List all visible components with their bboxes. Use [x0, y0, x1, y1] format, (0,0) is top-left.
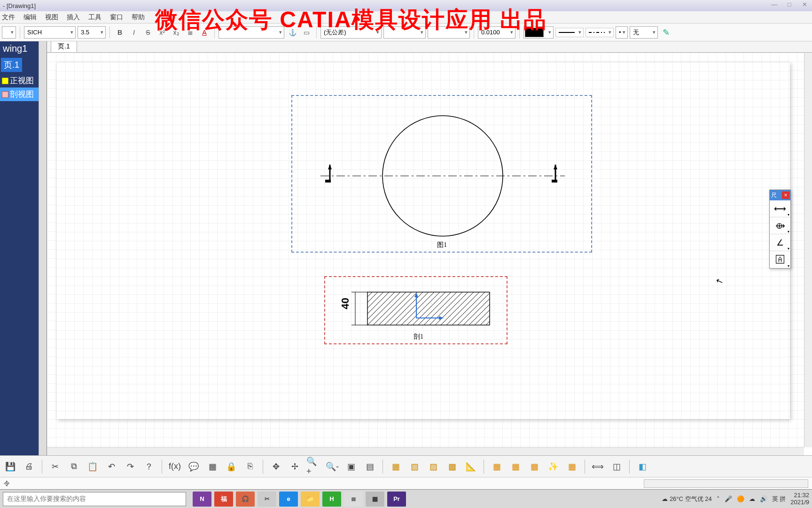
menu-tools[interactable]: 工具	[88, 13, 102, 22]
maximize-button[interactable]: □	[784, 1, 795, 9]
tolerance-combo[interactable]: (无公差)	[320, 26, 382, 39]
input-method[interactable]: 英 拼	[772, 495, 786, 503]
style-combo[interactable]	[2, 26, 16, 39]
tree-scrollbar[interactable]	[39, 41, 47, 455]
fit-icon[interactable]: ✥	[268, 459, 283, 474]
tray-chevron-icon[interactable]: ˄	[717, 495, 720, 502]
tray-app2-icon[interactable]: ☁	[749, 495, 755, 502]
snip-icon[interactable]: ✂	[258, 492, 276, 507]
exit-icon[interactable]: ⎘	[242, 459, 258, 474]
anchor-icon[interactable]: ⚓	[286, 26, 298, 39]
font-color-button[interactable]: A	[198, 26, 211, 39]
align-button[interactable]: ≣	[184, 26, 196, 39]
radial-dim-button[interactable]: ⟴▾	[770, 217, 790, 234]
snap4-icon[interactable]: ✨	[546, 459, 561, 474]
pan-icon[interactable]: ✢	[287, 459, 302, 474]
dim-icon[interactable]: ⟺	[590, 459, 605, 474]
calc-icon[interactable]: ▦	[366, 492, 384, 507]
tol-val1[interactable]	[383, 26, 426, 39]
save-icon[interactable]: 💾	[3, 459, 18, 474]
onenote-icon[interactable]: N	[193, 492, 211, 507]
grid1-icon[interactable]: ▦	[388, 459, 403, 474]
menu-insert[interactable]: 插入	[67, 13, 80, 22]
paste-icon[interactable]: 📋	[85, 459, 100, 474]
point-style[interactable]: •	[616, 26, 628, 39]
edge-icon[interactable]: e	[279, 492, 298, 507]
front-view-frame[interactable]: 图1	[291, 95, 592, 253]
sheet-tab[interactable]: 页.1	[51, 41, 77, 52]
print-icon[interactable]: 🖨	[22, 459, 37, 474]
linetype-dashed[interactable]	[586, 28, 614, 37]
ref-icon[interactable]: ◫	[609, 459, 624, 474]
grid2-icon[interactable]: ▧	[407, 459, 422, 474]
canvas-scrollbar-v[interactable]	[804, 53, 812, 447]
balloon-icon[interactable]: 💬	[186, 459, 201, 474]
whatsthis-icon[interactable]: ？	[141, 459, 156, 474]
undo-icon[interactable]: ↶	[104, 459, 119, 474]
weather-widget[interactable]: ☁ 26°C 空气优 24	[662, 495, 711, 503]
snap1-icon[interactable]: ▦	[489, 459, 504, 474]
premiere-icon[interactable]: Pr	[387, 492, 406, 507]
windows-search[interactable]: 在这里输入你要搜索的内容	[3, 492, 186, 506]
clock[interactable]: 21:32 2021/9	[790, 492, 809, 506]
step-combo[interactable]: 0.0100	[478, 26, 515, 39]
color-swatch[interactable]	[523, 26, 554, 39]
fx-icon[interactable]: f(x)	[167, 459, 182, 474]
app-red-icon[interactable]: 福	[214, 492, 233, 507]
tray-volume-icon[interactable]: 🔊	[760, 495, 767, 502]
explorer-icon[interactable]: 📁	[301, 492, 320, 507]
italic-button[interactable]: I	[128, 26, 140, 39]
eraser-icon[interactable]: ◧	[635, 459, 650, 474]
palette-header[interactable]: 尺 ×	[770, 190, 790, 200]
feature-tree[interactable]: wing1 页.1 正视图 剖视图	[0, 41, 47, 455]
angle-dim-button[interactable]: ∠▾	[770, 234, 790, 251]
font-combo[interactable]: SICH	[24, 26, 76, 39]
snap2-icon[interactable]: ▦	[508, 459, 523, 474]
tree-page[interactable]: 页.1	[1, 58, 22, 72]
canvas-scrollbar-h[interactable]	[47, 447, 804, 455]
text-app-icon[interactable]: ≣	[344, 492, 363, 507]
menu-file[interactable]: 文件	[2, 13, 15, 22]
frame-icon[interactable]: ▭	[300, 26, 312, 39]
superscript-button[interactable]: x²	[156, 26, 168, 39]
close-button[interactable]: ✕	[799, 1, 810, 9]
tray-app1-icon[interactable]: 🟠	[737, 495, 744, 502]
linear-dim-button[interactable]: ⟷▾	[770, 200, 790, 217]
zoomout-icon[interactable]: 🔍-	[325, 459, 340, 474]
font-size-combo[interactable]: 3.5	[78, 26, 106, 39]
app-audio-icon[interactable]: 🎧	[236, 492, 255, 507]
tol-val2[interactable]	[428, 26, 470, 39]
snap3-icon[interactable]: ▦	[527, 459, 542, 474]
normal-view-icon[interactable]: ▣	[344, 459, 359, 474]
linetype-solid[interactable]	[555, 28, 584, 37]
copy-icon[interactable]: ⧉	[66, 459, 81, 474]
tray-mic-icon[interactable]: 🎤	[725, 495, 732, 502]
analyze-icon[interactable]: 📐	[463, 459, 478, 474]
menu-view[interactable]: 视图	[45, 13, 58, 22]
h-app-icon[interactable]: H	[322, 492, 341, 507]
multi-view-icon[interactable]: ▤	[362, 459, 377, 474]
lock-icon[interactable]: 🔒	[224, 459, 239, 474]
zoomin-icon[interactable]: 🔍+	[306, 459, 321, 474]
brush-icon[interactable]: ✎	[660, 26, 672, 39]
palette-close-button[interactable]: ×	[782, 191, 789, 199]
minimize-button[interactable]: —	[769, 1, 780, 9]
drawing-canvas[interactable]: 图1 40 剖1	[47, 53, 804, 447]
blank-combo1[interactable]	[219, 26, 284, 39]
snap5-icon[interactable]: ▦	[564, 459, 579, 474]
menu-edit[interactable]: 编辑	[23, 13, 37, 22]
clock-time: 21:32	[790, 492, 809, 499]
menu-window[interactable]: 窗口	[110, 13, 123, 22]
strike-button[interactable]: S	[142, 26, 154, 39]
dimension-palette[interactable]: 尺 × ⟷▾ ⟴▾ ∠▾ 🄰▾	[769, 190, 791, 269]
redo-icon[interactable]: ↷	[123, 459, 138, 474]
cut-icon[interactable]: ✂	[47, 459, 62, 474]
table-icon[interactable]: ▦	[205, 459, 220, 474]
menu-help[interactable]: 帮助	[132, 13, 145, 22]
line-end-combo[interactable]: 无	[630, 26, 658, 39]
bold-button[interactable]: B	[114, 26, 126, 39]
grid3-icon[interactable]: ▨	[426, 459, 441, 474]
grid4-icon[interactable]: ▩	[445, 459, 460, 474]
annotation-button[interactable]: 🄰▾	[770, 251, 790, 268]
subscript-button[interactable]: x₂	[170, 26, 182, 39]
